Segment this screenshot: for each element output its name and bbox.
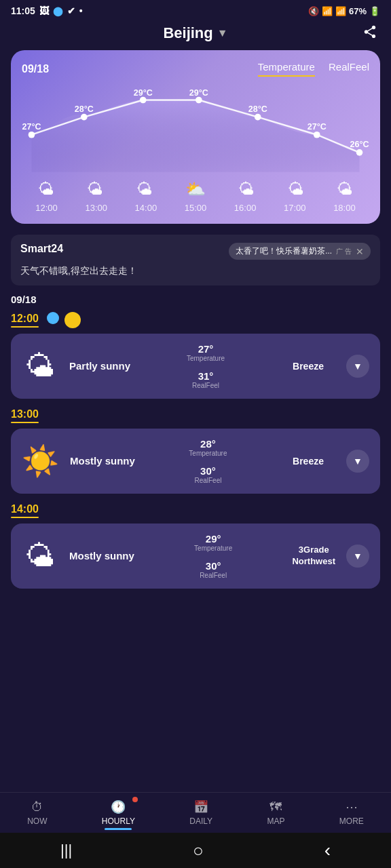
realfeel-val-1300: 30° (146, 465, 270, 477)
smart24-ad[interactable]: 太香了吧！快乐番薯奶茶... 广 告 ✕ (229, 243, 371, 260)
wx-temps-1300: 28° Temperature 30° RealFeel (146, 438, 270, 484)
nav-label-more: MORE (339, 816, 364, 826)
date-section: 09/18 12:00 🌤 Partly sunny 27° Temperatu… (11, 294, 380, 589)
chart-area: 27°C 28°C 29°C 29°C 28°C 27°C 26°C (22, 82, 369, 177)
tab-realfeel[interactable]: RealFeel (329, 61, 369, 77)
time-label-2: 13:00 (85, 203, 107, 213)
tab-temperature[interactable]: Temperature (258, 61, 315, 77)
chart-date: 09/18 (22, 63, 49, 75)
temp-lbl-1300: Temperature (146, 450, 270, 457)
chart-card: 09/18 Temperature RealFeel (11, 50, 380, 224)
weather-card-1200: 🌤 Partly sunny 27° Temperature 31° RealF… (11, 334, 380, 399)
home-button[interactable]: ○ (193, 840, 204, 861)
svg-text:27°C: 27°C (308, 122, 327, 132)
hourly-active-dot (132, 797, 138, 802)
nav-item-now[interactable]: ⏱ NOW (27, 800, 47, 826)
temp-val-1200: 27° (141, 343, 270, 355)
svg-point-1 (81, 114, 88, 121)
temp-lbl-1200: Temperature (141, 355, 270, 362)
time-label-7: 18:00 (333, 203, 356, 213)
weather-icons-row: 🌤 🌤 🌤 ⛅ 🌤 🌤 🌤 (22, 180, 369, 199)
realfeel-val-1400: 30° (145, 560, 282, 572)
wx-icon-1500: ⛅ (185, 180, 206, 199)
nav-label-daily: DAILY (189, 816, 212, 826)
mute-icon: 🔇 (308, 6, 319, 16)
wx-condition-1400: Mostly sunny (69, 549, 134, 563)
wx-condition-1300: Mostly sunny (70, 454, 135, 468)
expand-button-1400[interactable]: ▼ (346, 545, 369, 568)
time-label-1: 12:00 (35, 203, 58, 213)
realfeel-val-1200: 31° (141, 370, 270, 382)
realfeel-col-2: 30° RealFeel (146, 465, 270, 484)
svg-text:26°C: 26°C (350, 140, 369, 149)
svg-text:29°C: 29°C (189, 88, 208, 98)
svg-point-3 (196, 97, 202, 104)
realfeel-lbl-1300: RealFeel (146, 477, 270, 484)
wx-wind-1200: Breeze (281, 361, 335, 372)
smart24-banner: Smart24 太香了吧！快乐番薯奶茶... 广 告 ✕ 天气不错哦,得空出去走… (11, 235, 380, 285)
time-label-4: 15:00 (185, 203, 207, 213)
wx-wind-1300: Breeze (281, 456, 335, 467)
smart24-title: Smart24 (20, 243, 63, 255)
chevron-down-icon: ▼ (217, 27, 228, 39)
nav-item-daily[interactable]: 📅 DAILY (189, 800, 212, 826)
header: Beijing ▼ (0, 19, 391, 50)
city-name: Beijing (163, 24, 212, 42)
back-button[interactable]: ‹ (324, 840, 331, 861)
expand-button-1300[interactable]: ▼ (346, 450, 369, 473)
nav-label-hourly: HOURLY (102, 816, 135, 826)
chart-time-labels: 12:00 13:00 14:00 15:00 16:00 17:00 18:0… (22, 203, 369, 213)
battery-text: 67% (349, 6, 367, 16)
system-nav: ||| ○ ‹ (0, 833, 391, 868)
nav-item-map[interactable]: 🗺 MAP (267, 800, 284, 826)
wx-wind-1400: 3Grade Northwest (292, 545, 335, 568)
nav-item-hourly[interactable]: 🕐 HOURLY (102, 800, 135, 826)
svg-point-0 (29, 132, 35, 138)
wx-icon-1400: 🌤 (136, 180, 153, 199)
share-button[interactable] (362, 24, 377, 43)
smart24-message: 天气不错哦,得空出去走走！ (20, 265, 371, 277)
temp-col-3: 29° Temperature (145, 533, 282, 552)
time-dots (47, 312, 81, 328)
wx-temps-1200: 27° Temperature 31° RealFeel (141, 343, 270, 389)
svg-text:27°C: 27°C (22, 122, 41, 132)
time-label-6: 17:00 (284, 203, 306, 213)
status-time: 11:05 🖼 ⬤ ✔ • (11, 5, 83, 16)
battery-icon: 🔋 (369, 6, 380, 16)
signal-icon: 📶 (335, 6, 346, 16)
check-icon: ✔ (67, 5, 75, 16)
wx-temps-1400: 29° Temperature 30° RealFeel (145, 533, 282, 579)
wx-big-icon-1200: 🌤 (22, 349, 58, 383)
wx-big-icon-1300: ☀️ (22, 443, 59, 479)
expand-button-1200[interactable]: ▼ (346, 355, 369, 378)
map-icon: 🗺 (269, 800, 282, 814)
svg-text:29°C: 29°C (134, 88, 153, 98)
realfeel-col-3: 30° RealFeel (145, 560, 282, 579)
nav-item-more[interactable]: ⋯ MORE (339, 800, 364, 826)
temp-val-1400: 29° (145, 533, 282, 545)
temp-col-1: 27° Temperature (141, 343, 270, 362)
nav-label-map: MAP (267, 816, 284, 826)
timeslot-time-1400: 14:00 (11, 503, 39, 518)
wx-big-icon-1400: 🌤 (22, 539, 58, 573)
svg-point-5 (314, 132, 320, 138)
chrome-icon: ⬤ (53, 6, 63, 16)
realfeel-lbl-1400: RealFeel (145, 572, 282, 579)
hourly-icon: 🕐 (111, 800, 126, 814)
city-selector[interactable]: Beijing ▼ (163, 24, 227, 42)
wx-icon-1800: 🌤 (337, 180, 353, 199)
timeslot-header-1200: 12:00 (11, 312, 380, 328)
bottom-nav: ⏱ NOW 🕐 HOURLY 📅 DAILY 🗺 MAP ⋯ MORE (0, 792, 391, 830)
smart24-header: Smart24 太香了吧！快乐番薯奶茶... 广 告 ✕ (20, 243, 371, 260)
svg-point-6 (356, 149, 363, 156)
wind-grade: 3Grade (292, 545, 335, 556)
realfeel-col-1: 31° RealFeel (141, 370, 270, 389)
recents-button[interactable]: ||| (60, 842, 72, 859)
dot-yellow (64, 312, 81, 328)
chart-header: 09/18 Temperature RealFeel (22, 61, 369, 77)
temp-lbl-1400: Temperature (145, 545, 282, 552)
svg-point-2 (140, 97, 147, 104)
close-ad-button[interactable]: ✕ (356, 246, 364, 257)
weather-card-1400: 🌤 Mostly sunny 29° Temperature 30° RealF… (11, 524, 380, 589)
nav-label-now: NOW (27, 816, 47, 826)
